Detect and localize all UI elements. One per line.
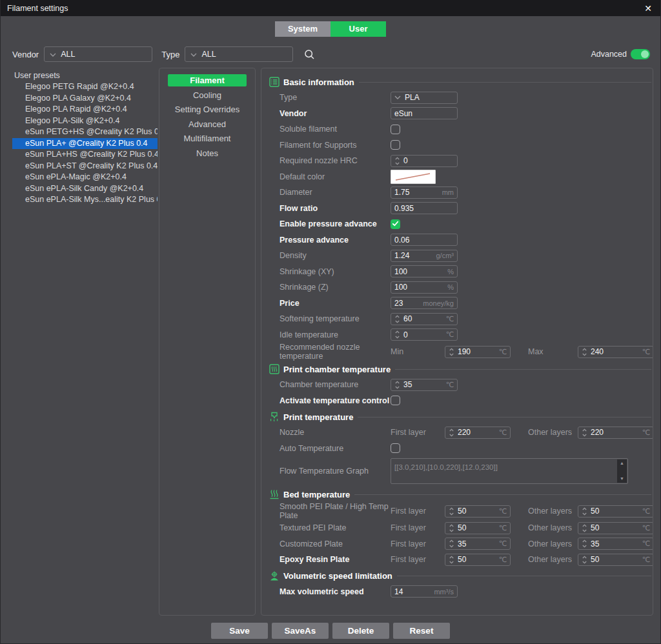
recommended-nozzle-temperature-max-label: Max (528, 347, 578, 356)
preset-item[interactable]: Elegoo PLA Galaxy @K2+0.4 (12, 93, 158, 105)
soluble-filament-checkbox[interactable] (391, 125, 400, 134)
scrollbar[interactable]: ▲▼ (617, 459, 627, 483)
preset-item[interactable]: eSun ePLA-Magic @K2+0.4 (12, 172, 158, 183)
recommended-nozzle-temperature-max-unit: ℃ (642, 348, 650, 356)
saveas-button[interactable]: SaveAs (272, 623, 329, 639)
shrinkage-xy-input[interactable]: 100% (391, 265, 458, 277)
preset-item[interactable]: Elegoo PLA Rapid @K2+0.4 (12, 104, 158, 116)
setting-label: Price (280, 299, 391, 308)
price-input[interactable]: 23money/kg (391, 297, 458, 309)
pressure-advance-value: 0.06 (394, 236, 409, 245)
spinner-icon[interactable] (449, 507, 454, 516)
flow-ratio-input[interactable]: 0.935 (391, 202, 458, 214)
spinner-icon[interactable] (394, 380, 400, 390)
preset-item[interactable]: eSun PLA+ @Creality K2 Plus 0.4 (12, 138, 158, 150)
spinner-icon[interactable] (582, 523, 587, 533)
preset-item[interactable]: Elegoo PLA-Silk @K2+0.4 (12, 116, 158, 127)
vendor-input[interactable]: eSun (391, 107, 458, 119)
max-volumetric-speed-input[interactable]: 14mm³/s (391, 585, 458, 598)
activate-temperature-control-checkbox[interactable] (391, 396, 400, 405)
spinner-icon[interactable] (394, 330, 400, 339)
type-filter-select[interactable]: ALL (185, 46, 293, 62)
scroll-down-icon[interactable]: ▼ (620, 476, 624, 481)
spinner-icon[interactable] (582, 428, 587, 438)
swatch-strike-icon (391, 174, 435, 185)
advanced-toggle[interactable] (631, 49, 650, 59)
nav-item-cooling[interactable]: Cooling (168, 89, 247, 101)
delete-button[interactable]: Delete (332, 623, 389, 639)
epoxy-resin-plate-other-layers-input[interactable]: 50℃ (578, 554, 653, 566)
spinner-icon[interactable] (449, 347, 454, 357)
auto-temperature-checkbox[interactable] (391, 443, 400, 453)
nav-item-multifilament[interactable]: Multifilament (168, 132, 247, 145)
spinner-icon[interactable] (449, 428, 454, 438)
spinner-icon[interactable] (582, 347, 587, 357)
nav-item-filament[interactable]: Filament (168, 74, 247, 86)
recommended-nozzle-temperature-min-unit: ℃ (499, 348, 507, 356)
recommended-nozzle-temperature-max-input[interactable]: 240℃ (578, 346, 653, 358)
preset-item[interactable]: eSun ePLA-Silk Mys...eality K2 Plus 0.4 (12, 194, 158, 206)
nozzle-other-layers-input[interactable]: 220℃ (578, 427, 653, 439)
shrinkage-z-input[interactable]: 100% (391, 281, 458, 294)
nav-item-setting-overrides[interactable]: Setting Overrides (168, 103, 247, 116)
spinner-icon[interactable] (582, 555, 587, 565)
enable-pressure-advance-checkbox[interactable] (391, 219, 400, 229)
idle-temperature-input[interactable]: 0℃ (391, 328, 458, 341)
chamber-temperature-row: Chamber temperature35℃ (269, 377, 653, 393)
spinner-icon[interactable] (449, 523, 454, 533)
spinner-icon[interactable] (449, 539, 454, 548)
customized-plate-other-layers-input[interactable]: 35℃ (578, 538, 653, 550)
save-button[interactable]: Save (211, 623, 268, 639)
setting-label: Soluble filament (280, 125, 391, 134)
type-input[interactable]: PLA (391, 92, 458, 104)
preset-item[interactable]: eSun PLA+HS @Creality K2 Plus 0.4 (12, 149, 158, 161)
chamber-temperature-value: 35 (403, 380, 412, 389)
vendor-filter-select[interactable]: ALL (44, 46, 152, 62)
softening-temperature-input[interactable]: 60℃ (391, 313, 458, 325)
required-nozzle-hrc-input[interactable]: 0 (391, 155, 458, 167)
smooth-pei-plate-high-temp-plate-other-layers-input[interactable]: 50℃ (578, 505, 653, 518)
spinner-icon[interactable] (449, 555, 454, 565)
diameter-input[interactable]: 1.75mm (391, 186, 458, 199)
section-header: Print temperature (269, 410, 653, 423)
spinner-icon[interactable] (394, 156, 400, 166)
spinner-icon[interactable] (582, 539, 587, 548)
customized-plate-first-layer-input[interactable]: 35℃ (445, 538, 511, 550)
filament-for-supports-checkbox[interactable] (391, 140, 400, 150)
close-button[interactable]: ✕ (642, 3, 654, 14)
tab-system[interactable]: System (275, 21, 330, 37)
pressure-advance-input[interactable]: 0.06 (391, 234, 458, 246)
spinner-icon[interactable] (582, 507, 587, 516)
check-icon (392, 218, 399, 230)
preset-item[interactable]: eSun PETG+HS @Creality K2 Plus 0.4 (12, 126, 158, 138)
setting-label: Pressure advance (280, 236, 391, 245)
nav-item-advanced[interactable]: Advanced (168, 118, 247, 130)
type-row: TypePLA (269, 90, 653, 106)
setting-label: Enable pressure advance (280, 219, 391, 228)
chamber-temperature-input[interactable]: 35℃ (391, 379, 458, 391)
title-bar: Filament settings ✕ (1, 0, 660, 16)
flow-temperature-graph-textarea[interactable]: [[3.0,210],[10.0,220],[12.0,230]]▲▼ (391, 458, 628, 484)
tab-user[interactable]: User (330, 21, 386, 37)
density-input[interactable]: 1.24g/cm³ (391, 250, 458, 262)
preset-item[interactable]: Elegoo PETG Rapid @K2+0.4 (12, 81, 158, 93)
type-filter-label: Type (161, 50, 179, 59)
nav-item-notes[interactable]: Notes (168, 147, 247, 159)
textured-pei-plate-other-layers-input[interactable]: 50℃ (578, 522, 653, 534)
default-color-swatch[interactable] (391, 170, 436, 184)
scroll-up-icon[interactable]: ▲ (620, 461, 624, 466)
textured-pei-plate-first-layer-input[interactable]: 50℃ (445, 522, 511, 534)
shrinkage-z-unit: % (447, 283, 454, 291)
preset-item[interactable]: eSun PLA+ST @Creality K2 Plus 0.4 (12, 161, 158, 172)
reset-button[interactable]: Reset (393, 623, 450, 639)
recommended-nozzle-temperature-min-input[interactable]: 190℃ (445, 346, 511, 358)
smooth-pei-plate-high-temp-plate-first-layer-input[interactable]: 50℃ (445, 505, 511, 518)
shrinkage-xy-row: Shrinkage (XY)100% (269, 264, 653, 280)
spinner-icon[interactable] (394, 314, 400, 324)
price-unit: money/kg (423, 299, 454, 307)
preset-item[interactable]: eSun ePLA-Silk Candy @K2+0.4 (12, 183, 158, 195)
epoxy-resin-plate-first-layer-input[interactable]: 50℃ (445, 554, 511, 566)
section-title: Print chamber temperature (283, 365, 391, 374)
search-button[interactable] (302, 47, 316, 61)
nozzle-first-layer-input[interactable]: 220℃ (445, 427, 511, 439)
